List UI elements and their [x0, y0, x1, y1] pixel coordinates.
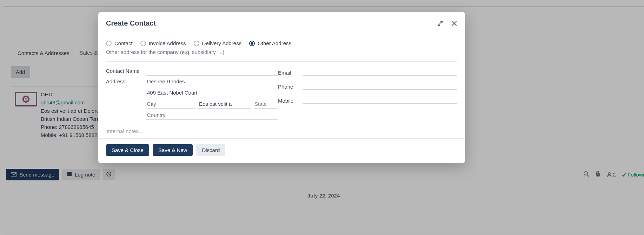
- close-icon[interactable]: [451, 20, 457, 27]
- label-phone: Phone: [278, 82, 303, 90]
- save-close-button[interactable]: Save & Close: [106, 144, 149, 156]
- radio-icon: [249, 41, 255, 46]
- radio-other-address[interactable]: Other Address: [249, 40, 291, 46]
- address-state-input[interactable]: [254, 99, 278, 109]
- email-input[interactable]: [303, 67, 457, 76]
- label-email: Email: [278, 68, 303, 76]
- phone-input[interactable]: [303, 81, 457, 90]
- internal-notes-input[interactable]: [106, 127, 457, 135]
- modal-body: Contact Invoice Address Delivery Address…: [98, 33, 465, 138]
- address-name-input[interactable]: [146, 77, 278, 86]
- address-zip-value[interactable]: Eos est velit a: [198, 99, 251, 109]
- contact-type-radios: Contact Invoice Address Delivery Address…: [106, 40, 457, 46]
- modal-footer: Save & Close Save & New Discard: [98, 138, 465, 163]
- create-contact-modal: Create Contact Contact Invoice Address D…: [98, 12, 465, 163]
- label-address: Address: [106, 77, 146, 84]
- radio-icon: [140, 41, 146, 46]
- radio-delivery-address[interactable]: Delivery Address: [194, 40, 242, 46]
- label-contact-name: Contact Name: [106, 67, 146, 74]
- radio-contact[interactable]: Contact: [106, 40, 133, 46]
- radio-icon: [106, 41, 112, 46]
- divider: [106, 61, 457, 62]
- radio-icon: [194, 41, 199, 46]
- radio-invoice-label: Invoice Address: [149, 40, 186, 46]
- radio-delivery-label: Delivery Address: [202, 40, 242, 46]
- address-street-input[interactable]: [146, 88, 278, 97]
- address-city-input[interactable]: [146, 99, 195, 109]
- mobile-input[interactable]: [303, 95, 457, 104]
- radio-invoice-address[interactable]: Invoice Address: [140, 40, 186, 46]
- expand-icon[interactable]: [437, 20, 443, 27]
- radio-contact-label: Contact: [114, 40, 133, 46]
- radio-other-label: Other Address: [258, 40, 291, 46]
- modal-header: Create Contact: [98, 12, 465, 33]
- contact-type-hint: Other address for the company (e.g. subs…: [106, 49, 457, 55]
- contact-name-input[interactable]: [146, 67, 278, 76]
- form-grid: Contact Name Email Phone Mobile Address: [106, 67, 457, 135]
- address-country-input[interactable]: [146, 111, 278, 120]
- label-mobile: Mobile: [278, 96, 303, 104]
- save-new-button[interactable]: Save & New: [153, 144, 193, 156]
- discard-button[interactable]: Discard: [196, 144, 225, 156]
- modal-title: Create Contact: [106, 19, 156, 27]
